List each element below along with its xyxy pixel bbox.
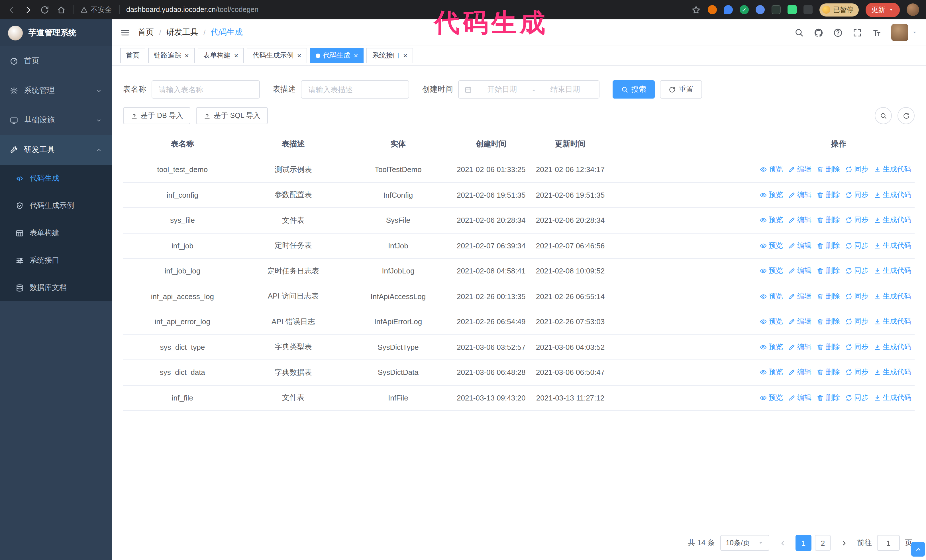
generate-code-action[interactable]: 生成代码 xyxy=(873,165,911,175)
sync-action[interactable]: 同步 xyxy=(845,292,869,301)
browser-forward-icon[interactable] xyxy=(23,5,33,15)
extension-icon[interactable]: ✓ xyxy=(740,5,749,14)
search-button[interactable]: 搜索 xyxy=(613,80,655,98)
tab-codegen-example[interactable]: 代码生成示例× xyxy=(247,48,307,63)
table-name-input[interactable] xyxy=(151,80,260,98)
generate-code-action[interactable]: 生成代码 xyxy=(873,343,911,352)
preview-action[interactable]: 预览 xyxy=(760,241,783,251)
sidebar-item-infrastructure[interactable]: 基础设施 xyxy=(0,106,112,135)
reset-button[interactable]: 重置 xyxy=(660,80,702,98)
user-menu[interactable] xyxy=(891,24,917,41)
help-icon[interactable] xyxy=(833,28,843,37)
delete-action[interactable]: 删除 xyxy=(817,241,840,251)
generate-code-action[interactable]: 生成代码 xyxy=(873,216,911,225)
sync-action[interactable]: 同步 xyxy=(845,241,869,251)
extension-icon[interactable] xyxy=(756,5,765,14)
breadcrumb-devtools[interactable]: 研发工具 xyxy=(166,27,198,38)
tab-system-api[interactable]: 系统接口× xyxy=(367,48,413,63)
update-button[interactable]: 更新 xyxy=(865,3,900,17)
refresh-table-button[interactable] xyxy=(897,107,915,124)
github-icon[interactable] xyxy=(814,28,823,37)
edit-action[interactable]: 编辑 xyxy=(788,292,811,301)
sidebar-item-codegen[interactable]: 代码生成 xyxy=(0,165,112,192)
tab-home[interactable]: 首页 xyxy=(120,48,145,63)
preview-action[interactable]: 预览 xyxy=(760,266,783,276)
sync-action[interactable]: 同步 xyxy=(845,216,869,225)
header-search-icon[interactable] xyxy=(794,28,804,37)
delete-action[interactable]: 删除 xyxy=(817,190,840,200)
sync-action[interactable]: 同步 xyxy=(845,266,869,276)
edit-action[interactable]: 编辑 xyxy=(788,368,811,377)
delete-action[interactable]: 删除 xyxy=(817,292,840,301)
tab-tracing[interactable]: 链路追踪× xyxy=(148,48,195,63)
delete-action[interactable]: 删除 xyxy=(817,165,840,175)
back-to-top-button[interactable] xyxy=(911,542,925,557)
preview-action[interactable]: 预览 xyxy=(760,368,783,377)
address-bar[interactable]: dashboard.yudao.iocoder.cn/tool/codegen xyxy=(126,6,259,14)
next-page-button[interactable] xyxy=(836,535,852,551)
delete-action[interactable]: 删除 xyxy=(817,317,840,327)
generate-code-action[interactable]: 生成代码 xyxy=(873,368,911,377)
import-db-button[interactable]: 基于 DB 导入 xyxy=(123,107,191,124)
sync-action[interactable]: 同步 xyxy=(845,165,869,175)
puzzle-extensions-icon[interactable] xyxy=(803,5,813,14)
tab-close-icon[interactable]: × xyxy=(354,52,358,59)
preview-action[interactable]: 预览 xyxy=(760,343,783,352)
tab-close-icon[interactable]: × xyxy=(403,52,407,59)
sync-action[interactable]: 同步 xyxy=(845,317,869,327)
preview-action[interactable]: 预览 xyxy=(760,292,783,301)
toggle-search-button[interactable] xyxy=(875,107,892,124)
sidebar-item-db-doc[interactable]: 数据库文档 xyxy=(0,274,112,301)
tab-close-icon[interactable]: × xyxy=(234,52,238,59)
breadcrumb-home[interactable]: 首页 xyxy=(138,27,154,38)
generate-code-action[interactable]: 生成代码 xyxy=(873,190,911,200)
fullscreen-icon[interactable] xyxy=(852,28,862,37)
sync-action[interactable]: 同步 xyxy=(845,393,869,403)
prev-page-button[interactable] xyxy=(775,535,790,551)
edit-action[interactable]: 编辑 xyxy=(788,216,811,225)
tab-close-icon[interactable]: × xyxy=(297,52,301,59)
page-button-1[interactable]: 1 xyxy=(796,535,811,551)
edit-action[interactable]: 编辑 xyxy=(788,343,811,352)
edit-action[interactable]: 编辑 xyxy=(788,317,811,327)
generate-code-action[interactable]: 生成代码 xyxy=(873,393,911,403)
generate-code-action[interactable]: 生成代码 xyxy=(873,241,911,251)
sync-action[interactable]: 同步 xyxy=(845,190,869,200)
create-time-range-picker[interactable]: 开始日期 - 结束日期 xyxy=(458,80,599,98)
edit-action[interactable]: 编辑 xyxy=(788,241,811,251)
sync-action[interactable]: 同步 xyxy=(845,368,869,377)
tab-close-icon[interactable]: × xyxy=(185,52,189,59)
page-size-select[interactable]: 10条/页 xyxy=(720,535,769,551)
generate-code-action[interactable]: 生成代码 xyxy=(873,266,911,276)
browser-back-icon[interactable] xyxy=(7,5,17,15)
sync-action[interactable]: 同步 xyxy=(845,343,869,352)
hamburger-menu-icon[interactable] xyxy=(120,28,130,37)
delete-action[interactable]: 删除 xyxy=(817,393,840,403)
goto-page-input[interactable] xyxy=(877,535,900,551)
import-sql-button[interactable]: 基于 SQL 导入 xyxy=(196,107,268,124)
preview-action[interactable]: 预览 xyxy=(760,393,783,403)
sidebar-item-codegen-example[interactable]: 代码生成示例 xyxy=(0,192,112,219)
security-warning[interactable]: 不安全 xyxy=(80,5,112,15)
extension-icon[interactable] xyxy=(788,5,797,14)
edit-action[interactable]: 编辑 xyxy=(788,266,811,276)
page-button-2[interactable]: 2 xyxy=(815,535,831,551)
table-desc-input[interactable] xyxy=(301,80,409,98)
bookmark-star-icon[interactable] xyxy=(691,5,701,15)
preview-action[interactable]: 预览 xyxy=(760,165,783,175)
preview-action[interactable]: 预览 xyxy=(760,190,783,200)
sidebar-item-home[interactable]: 首页 xyxy=(0,46,112,76)
delete-action[interactable]: 删除 xyxy=(817,266,840,276)
sidebar-item-form-builder[interactable]: 表单构建 xyxy=(0,219,112,247)
edit-action[interactable]: 编辑 xyxy=(788,165,811,175)
sidebar-item-dev-tools[interactable]: 研发工具 xyxy=(0,135,112,165)
browser-home-icon[interactable] xyxy=(56,5,66,15)
generate-code-action[interactable]: 生成代码 xyxy=(873,317,911,327)
extension-icon[interactable] xyxy=(772,5,781,14)
sidebar-item-system-mgmt[interactable]: 系统管理 xyxy=(0,76,112,106)
delete-action[interactable]: 删除 xyxy=(817,368,840,377)
extension-icon[interactable] xyxy=(724,5,733,14)
browser-profile-avatar[interactable] xyxy=(906,3,919,16)
paused-badge[interactable]: 已暂停 xyxy=(819,3,859,16)
delete-action[interactable]: 删除 xyxy=(817,216,840,225)
